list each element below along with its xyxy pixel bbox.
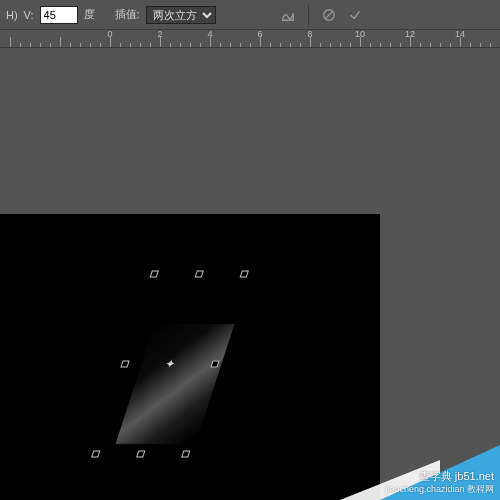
- ruler-label: 12: [405, 29, 415, 39]
- ruler-area: 02468101214: [0, 30, 500, 54]
- ruler-tick-minor: [140, 43, 141, 47]
- ruler-label: 2: [157, 29, 162, 39]
- ruler-tick-minor: [40, 43, 41, 47]
- ruler-tick-minor: [280, 43, 281, 47]
- ruler-tick-minor: [440, 43, 441, 47]
- ruler-tick-minor: [370, 43, 371, 47]
- ruler-tick-minor: [430, 43, 431, 47]
- v-unit: 度: [84, 7, 95, 22]
- ruler-tick-major: [10, 37, 11, 47]
- interp-select[interactable]: 两次立方: [146, 6, 216, 24]
- ruler-tick-minor: [490, 43, 491, 47]
- ruler-tick-minor: [240, 43, 241, 47]
- ruler-tick-minor: [150, 43, 151, 47]
- ruler-tick-minor: [90, 43, 91, 47]
- ruler-tick-minor: [380, 43, 381, 47]
- handle-bl[interactable]: [91, 451, 100, 458]
- ruler-tick-minor: [480, 43, 481, 47]
- ruler-tick-minor: [470, 43, 471, 47]
- ruler-tick-minor: [130, 43, 131, 47]
- ruler-tick-minor: [230, 43, 231, 47]
- free-transform-box[interactable]: ✦: [125, 274, 215, 454]
- ruler-label: 6: [257, 29, 262, 39]
- ruler-tick-minor: [420, 43, 421, 47]
- ruler-tick-minor: [270, 43, 271, 47]
- handle-tl[interactable]: [150, 271, 159, 278]
- ruler-tick-major: [60, 37, 61, 47]
- ruler-tick-minor: [290, 43, 291, 47]
- ruler-tick-minor: [250, 43, 251, 47]
- ruler-tick-minor: [340, 43, 341, 47]
- handle-tr[interactable]: [240, 271, 249, 278]
- truncated-label: H): [6, 9, 18, 21]
- ruler-tick-minor: [300, 43, 301, 47]
- watermark-line2: jiaocheng.chazidian 教程网: [385, 483, 494, 496]
- ruler-tick-minor: [120, 43, 121, 47]
- handle-bc[interactable]: [136, 451, 145, 458]
- transform-bounds: ✦: [96, 274, 244, 454]
- ruler-tick-minor: [200, 43, 201, 47]
- handle-br[interactable]: [181, 451, 190, 458]
- ruler-tick-minor: [180, 43, 181, 47]
- ruler-label: 8: [307, 29, 312, 39]
- ruler-tick-minor: [70, 43, 71, 47]
- ruler-tick-minor: [220, 43, 221, 47]
- ruler-tick-minor: [30, 43, 31, 47]
- interp-label: 插值:: [115, 7, 140, 22]
- ruler-tick-minor: [80, 43, 81, 47]
- ruler-tick-minor: [390, 43, 391, 47]
- ruler-tick-minor: [100, 43, 101, 47]
- commit-icon[interactable]: [345, 5, 365, 25]
- watermark-text: 查字典 jb51.net jiaocheng.chazidian 教程网: [385, 470, 494, 496]
- v-input[interactable]: [40, 6, 78, 24]
- warp-icon[interactable]: [278, 5, 298, 25]
- handle-ml[interactable]: [120, 361, 129, 368]
- ruler-tick-minor: [50, 43, 51, 47]
- horizontal-ruler: 02468101214: [0, 30, 500, 48]
- ruler-tick-minor: [400, 43, 401, 47]
- ruler-label: 0: [107, 29, 112, 39]
- transform-center-icon[interactable]: ✦: [163, 357, 178, 371]
- watermark-line1: 查字典 jb51.net: [385, 470, 494, 483]
- handle-tc[interactable]: [195, 271, 204, 278]
- ruler-tick-minor: [320, 43, 321, 47]
- ruler-tick-minor: [20, 43, 21, 47]
- v-label: V:: [24, 9, 34, 21]
- ruler-label: 4: [207, 29, 212, 39]
- cancel-icon[interactable]: [319, 5, 339, 25]
- viewport: ✦: [0, 54, 500, 500]
- ruler-tick-minor: [170, 43, 171, 47]
- options-toolbar: H) V: 度 插值: 两次立方: [0, 0, 500, 30]
- toolbar-divider: [308, 5, 309, 25]
- ruler-tick-minor: [450, 43, 451, 47]
- ruler-label: 14: [455, 29, 465, 39]
- ruler-tick-minor: [190, 43, 191, 47]
- ruler-tick-minor: [350, 43, 351, 47]
- svg-line-1: [325, 11, 332, 18]
- ruler-label: 10: [355, 29, 365, 39]
- watermark: 查字典 jb51.net jiaocheng.chazidian 教程网: [310, 440, 500, 500]
- ruler-tick-minor: [330, 43, 331, 47]
